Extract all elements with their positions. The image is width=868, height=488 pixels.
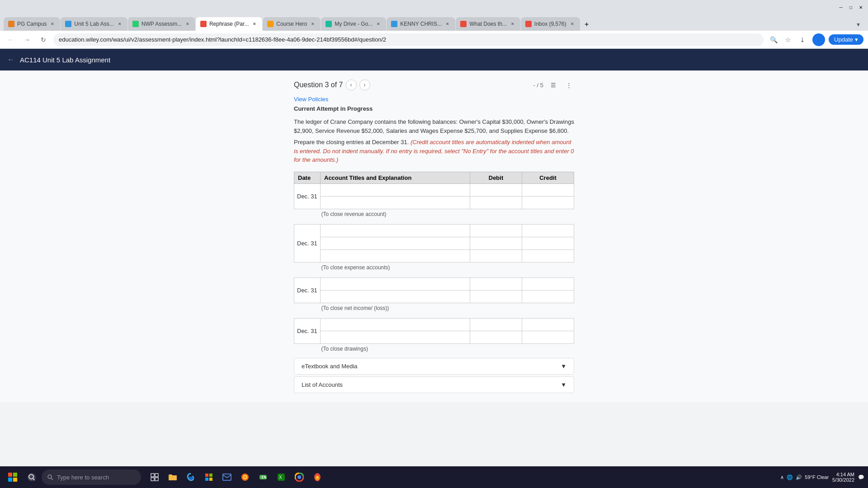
account-input-2a[interactable] [321,225,470,236]
view-policies-link[interactable]: View Policies [294,96,574,103]
debit-input-4a[interactable] [470,319,522,330]
account-cell[interactable] [321,249,470,262]
debit-input-2a[interactable] [470,225,522,236]
debit-input-1a[interactable] [470,184,522,196]
account-cell[interactable] [321,290,470,303]
account-input-2b[interactable] [321,237,470,249]
account-cell[interactable] [321,277,470,290]
maximize-btn[interactable]: □ [847,4,854,11]
tab-close-btn[interactable]: ✕ [251,21,258,27]
debit-cell[interactable] [470,183,522,196]
credit-input-2a[interactable] [522,225,574,236]
debit-cell[interactable] [470,249,522,262]
list-icon[interactable]: ☰ [548,80,559,90]
tab-close-btn[interactable]: ✕ [569,21,576,27]
account-cell[interactable] [321,183,470,196]
tab-rephrase[interactable]: Rephrase (Par... ✕ [196,17,262,31]
tab-unit5-lab[interactable]: Unit 5 Lab Ass... ✕ [61,17,127,31]
tab-kenny-chris[interactable]: KENNY CHRIS... ✕ [387,17,455,31]
account-input-4b[interactable] [321,331,470,343]
credit-input-2c[interactable] [522,250,574,262]
close-btn[interactable]: ✕ [857,4,864,11]
credit-cell[interactable] [522,237,574,249]
debit-cell[interactable] [470,196,522,209]
search-icon[interactable]: 🔍 [767,33,780,46]
account-cell[interactable] [321,318,470,331]
tab-close-btn[interactable]: ✕ [49,21,56,27]
account-cell[interactable] [321,331,470,343]
prev-question-btn[interactable]: ‹ [346,80,357,90]
next-question-btn[interactable]: › [359,80,370,90]
forward-btn[interactable]: → [21,33,33,46]
credit-cell[interactable] [522,224,574,237]
tab-close-btn[interactable]: ✕ [310,21,316,27]
tab-close-btn[interactable]: ✕ [509,21,516,27]
update-btn[interactable]: Update ▾ [829,34,863,45]
tab-what-does[interactable]: What Does th... ✕ [456,17,520,31]
tab-close-btn[interactable]: ✕ [184,21,191,27]
note-row-3: (To close net income/ (loss)) [294,303,574,315]
account-cell[interactable] [321,224,470,237]
account-input-3a[interactable] [321,278,470,290]
account-cell[interactable] [321,196,470,209]
account-input-1a[interactable] [321,184,470,196]
tab-list-btn[interactable]: ▾ [852,18,864,31]
tab-label: KENNY CHRIS... [400,21,442,27]
back-btn[interactable]: ← [5,33,17,46]
credit-cell[interactable] [522,249,574,262]
tab-pg-campus[interactable]: PG Campus ✕ [4,17,60,31]
account-input-1b[interactable] [321,197,470,208]
tab-course-hero[interactable]: Course Hero ✕ [263,17,321,31]
new-tab-btn[interactable]: + [580,18,593,31]
etextbook-section[interactable]: eTextbook and Media ▼ [294,358,574,375]
credit-input-3b[interactable] [522,291,574,302]
debit-input-3b[interactable] [470,291,522,302]
credit-cell[interactable] [522,277,574,290]
credit-cell[interactable] [522,196,574,209]
debit-input-1b[interactable] [470,197,522,208]
credit-input-4b[interactable] [522,331,574,343]
credit-cell[interactable] [522,318,574,331]
save-icon[interactable]: ⤓ [796,33,809,46]
credit-input-2b[interactable] [522,237,574,249]
account-input-3b[interactable] [321,291,470,302]
debit-cell[interactable] [470,331,522,343]
tab-close-btn[interactable]: ✕ [375,21,382,27]
tab-nwp-assess[interactable]: NWP Assessm... ✕ [128,17,195,31]
debit-cell[interactable] [470,277,522,290]
minimize-btn[interactable]: ─ [837,4,844,11]
tab-favicon [200,21,207,27]
account-input-4a[interactable] [321,319,470,330]
reload-btn[interactable]: ↻ [37,33,50,46]
debit-cell[interactable] [470,224,522,237]
entry-date-1: Dec. 31 [294,183,321,209]
debit-input-4b[interactable] [470,331,522,343]
tab-label: NWP Assessm... [142,21,182,27]
back-arrow-icon[interactable]: ← [7,56,14,64]
credit-input-3a[interactable] [522,278,574,290]
address-input[interactable] [53,33,764,46]
credit-input-4a[interactable] [522,319,574,330]
credit-input-1b[interactable] [522,197,574,208]
tab-my-drive[interactable]: My Drive - Go... ✕ [321,17,386,31]
bookmark-icon[interactable]: ☆ [782,33,794,46]
credit-cell[interactable] [522,290,574,303]
debit-input-2b[interactable] [470,237,522,249]
list-of-accounts-section[interactable]: List of Accounts ▼ [294,376,574,393]
debit-cell[interactable] [470,318,522,331]
debit-cell[interactable] [470,237,522,249]
debit-input-2c[interactable] [470,250,522,262]
account-input-2c[interactable] [321,250,470,262]
more-options-icon[interactable]: ⋮ [563,80,574,90]
debit-cell[interactable] [470,290,522,303]
tab-close-btn[interactable]: ✕ [444,21,451,27]
profile-avatar[interactable] [812,33,825,46]
tab-close-btn[interactable]: ✕ [117,21,123,27]
credit-cell[interactable] [522,331,574,343]
note-text-2: (To close expense accounts) [294,262,574,275]
tab-gmail[interactable]: Inbox (9,576) ✕ [521,17,580,31]
credit-input-1a[interactable] [522,184,574,196]
account-cell[interactable] [321,237,470,249]
credit-cell[interactable] [522,183,574,196]
debit-input-3a[interactable] [470,278,522,290]
